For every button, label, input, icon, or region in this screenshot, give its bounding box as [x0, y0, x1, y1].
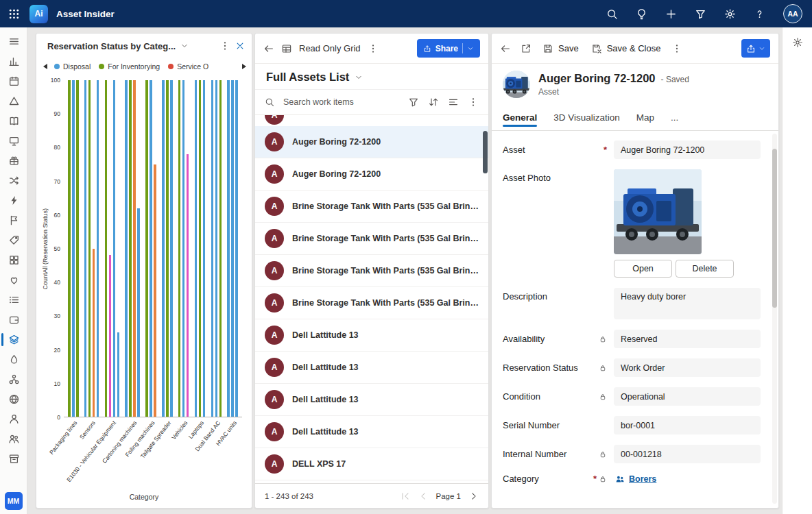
idea-icon[interactable]	[636, 8, 647, 20]
legend-item-for-inventorying[interactable]: For Inventorying	[99, 62, 160, 71]
chart-close-icon[interactable]	[235, 41, 245, 51]
list-search-icon	[265, 97, 274, 107]
list-row[interactable]: ADell Lattitude 13	[255, 319, 488, 352]
previous-page-icon[interactable]	[418, 491, 428, 501]
form-scrollbar-thumb[interactable]	[772, 149, 777, 308]
form-back-icon[interactable]	[500, 43, 511, 54]
rail-settings-icon[interactable]	[792, 37, 803, 48]
nav-drop-icon[interactable]	[0, 350, 27, 369]
asset-photo[interactable]	[614, 169, 702, 254]
list-scrollbar-thumb[interactable]	[483, 131, 488, 173]
list-row[interactable]: ADell Lattitude 13	[255, 416, 488, 448]
text-input[interactable]: Work Order	[614, 358, 761, 377]
text-input[interactable]: Reserved	[614, 330, 761, 348]
nav-calendar-icon[interactable]	[0, 71, 27, 91]
list-more-icon[interactable]	[468, 97, 479, 108]
tab-general[interactable]: General	[503, 105, 537, 130]
nav-grid-icon[interactable]	[0, 250, 27, 270]
list-row[interactable]: ABrine Storage Tank With Parts (535 Gal …	[255, 223, 488, 255]
chart-more-icon[interactable]	[219, 40, 230, 51]
list-row-partial[interactable]: A	[255, 115, 488, 126]
nav-heart-icon[interactable]	[0, 270, 27, 290]
header-filter-icon[interactable]	[695, 8, 706, 20]
form-share-button[interactable]	[741, 39, 770, 58]
view-more-icon[interactable]	[368, 43, 379, 54]
nav-gift-icon[interactable]	[0, 151, 27, 171]
nav-list-icon[interactable]	[0, 290, 27, 310]
chart-title-chevron-icon[interactable]	[180, 42, 189, 50]
nav-globe-icon[interactable]	[0, 389, 27, 409]
record-photo-thumbnail[interactable]	[503, 71, 530, 98]
global-search-icon[interactable]	[606, 8, 618, 20]
legend-scroll-right-icon[interactable]	[242, 64, 246, 69]
list-row-options-icon[interactable]	[448, 97, 459, 108]
nav-flag-icon[interactable]	[0, 210, 27, 230]
form-more-icon[interactable]	[671, 43, 682, 54]
nav-tag-icon[interactable]	[0, 230, 27, 250]
share-chevron-icon[interactable]	[467, 45, 474, 52]
nav-chart-icon[interactable]	[0, 51, 27, 71]
lookup-link[interactable]: Borers	[629, 474, 656, 484]
bar-group-vehicles: Vehicles	[178, 80, 189, 417]
nav-flash-icon[interactable]	[0, 191, 27, 210]
help-icon[interactable]	[754, 8, 765, 20]
nav-org-icon[interactable]	[0, 369, 27, 389]
text-input[interactable]: bor-0001	[614, 416, 761, 435]
bar	[93, 249, 95, 417]
list-title-chevron-icon[interactable]	[355, 73, 363, 82]
list-row[interactable]: AAuger Boring 72-1200	[255, 126, 488, 158]
nav-person-icon[interactable]	[0, 409, 27, 429]
nav-book-icon[interactable]	[0, 111, 27, 131]
search-input[interactable]	[283, 97, 399, 107]
list-row[interactable]: ABrine Storage Tank With Parts (535 Gal …	[255, 191, 488, 223]
share-button[interactable]: Share	[417, 39, 480, 58]
user-avatar[interactable]: AA	[783, 4, 802, 23]
y-axis: 0102030405060708090100	[49, 80, 64, 417]
sidebar-user-avatar[interactable]: MM	[5, 492, 23, 510]
nav-archive-icon[interactable]	[0, 449, 27, 469]
right-rail	[782, 27, 812, 514]
list-row[interactable]: ADELL XPS 17	[255, 448, 488, 480]
first-page-icon[interactable]	[401, 491, 410, 501]
open-photo-button[interactable]: Open	[614, 260, 672, 278]
legend-item-service-o[interactable]: Service O	[168, 62, 208, 71]
text-input[interactable]: 00-001218	[614, 445, 761, 463]
nav-menu-icon[interactable]	[0, 32, 27, 51]
text-input[interactable]: Operational	[614, 387, 761, 406]
list-row[interactable]: ABrine Storage Tank With Parts (535 Gal …	[255, 255, 488, 287]
list-back-icon[interactable]	[263, 43, 274, 54]
list-row[interactable]: ADell Lattitude 13	[255, 352, 488, 384]
settings-icon[interactable]	[724, 8, 736, 20]
chart-panel: Reservation Status by Categ... DisposalF…	[36, 33, 252, 509]
legend-item-disposal[interactable]: Disposal	[54, 62, 91, 71]
list-row[interactable]: ADell Lattitude 13	[255, 384, 488, 416]
save-button[interactable]: Save	[541, 40, 580, 57]
row-avatar: A	[265, 229, 284, 248]
nav-layers-icon[interactable]	[0, 330, 27, 350]
tab-map[interactable]: Map	[636, 105, 654, 130]
legend-scroll-left-icon[interactable]	[43, 64, 47, 69]
nav-panel-icon[interactable]	[0, 131, 27, 151]
text-input[interactable]: Auger Boring 72-1200	[614, 140, 761, 159]
nav-wallet-icon[interactable]	[0, 310, 27, 330]
textarea-input[interactable]: Heavy duty borer	[614, 288, 761, 319]
list-row[interactable]: ABrine Storage Tank With Parts (535 Gal …	[255, 287, 488, 319]
bar-group-foiling-machines: Foiling machines	[145, 80, 156, 417]
quick-create-icon[interactable]	[665, 8, 677, 20]
x-axis-label: Category	[36, 493, 252, 508]
tab-[interactable]: ...	[671, 105, 678, 130]
popout-icon[interactable]	[521, 43, 532, 54]
tab-3d-visualization[interactable]: 3D Visualization	[553, 105, 620, 130]
next-page-icon[interactable]	[469, 491, 479, 501]
app-logo[interactable]: Ai	[29, 5, 48, 23]
delete-photo-button[interactable]: Delete	[676, 260, 734, 278]
list-row[interactable]: AAuger Boring 72-1200	[255, 158, 488, 191]
app-launcher-icon[interactable]	[8, 8, 20, 20]
view-selector[interactable]: Read Only Grid	[299, 43, 361, 53]
nav-shuffle-icon[interactable]	[0, 171, 27, 191]
list-sort-icon[interactable]	[428, 97, 439, 108]
save-close-button[interactable]: Save & Close	[590, 40, 662, 57]
list-filter-icon[interactable]	[408, 97, 419, 108]
nav-people-icon[interactable]	[0, 429, 27, 449]
nav-triangle-icon[interactable]	[0, 91, 27, 111]
